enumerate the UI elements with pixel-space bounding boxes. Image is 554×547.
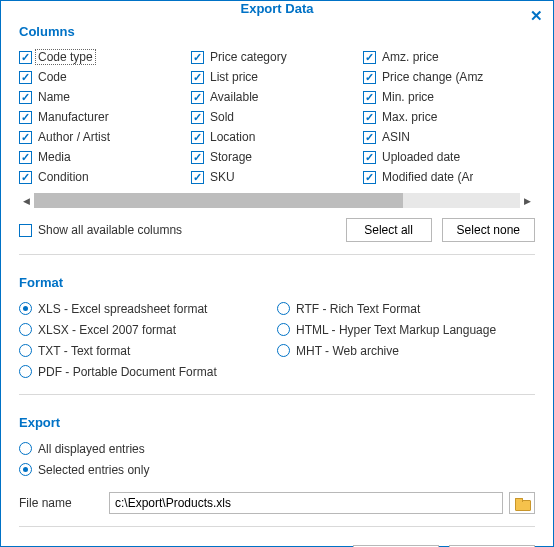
titlebar: Export Data ✕	[1, 1, 553, 16]
radio-label: HTML - Hyper Text Markup Language	[296, 323, 496, 337]
checkbox-icon	[191, 51, 204, 64]
column-checkbox[interactable]: Name	[19, 87, 191, 107]
checkbox-label: SKU	[210, 170, 235, 184]
divider	[19, 394, 535, 395]
format-radio[interactable]: RTF - Rich Text Format	[277, 298, 535, 319]
checkbox-icon	[19, 151, 32, 164]
scroll-thumb[interactable]	[34, 193, 403, 208]
checkbox-label: Uploaded date	[382, 150, 460, 164]
columns-grid: Code typeCodeNameManufacturerAuthor / Ar…	[19, 47, 535, 187]
radio-icon	[19, 365, 32, 378]
radio-icon	[277, 323, 290, 336]
checkbox-icon	[363, 91, 376, 104]
checkbox-icon	[19, 171, 32, 184]
column-checkbox[interactable]: Max. price	[363, 107, 535, 127]
checkbox-label: List price	[210, 70, 258, 84]
checkbox-label: Sold	[210, 110, 234, 124]
column-checkbox[interactable]: Author / Artist	[19, 127, 191, 147]
folder-icon	[515, 498, 529, 509]
column-checkbox[interactable]: Available	[191, 87, 363, 107]
close-icon[interactable]: ✕	[530, 7, 543, 25]
columns-header: Columns	[19, 24, 535, 39]
checkbox-label: Amz. price	[382, 50, 439, 64]
checkbox-icon	[19, 51, 32, 64]
radio-icon	[19, 344, 32, 357]
checkbox-label: Condition	[38, 170, 89, 184]
format-grid: XLS - Excel spreadsheet formatXLSX - Exc…	[19, 298, 535, 382]
checkbox-icon	[191, 111, 204, 124]
checkbox-label: Price change (Amz	[382, 70, 483, 84]
checkbox-icon	[19, 111, 32, 124]
scroll-left-icon[interactable]: ◀	[19, 193, 34, 208]
format-radio[interactable]: TXT - Text format	[19, 340, 277, 361]
radio-label: RTF - Rich Text Format	[296, 302, 420, 316]
format-radio[interactable]: XLS - Excel spreadsheet format	[19, 298, 277, 319]
column-checkbox[interactable]: Media	[19, 147, 191, 167]
export-scope-radio[interactable]: All displayed entries	[19, 438, 535, 459]
format-radio[interactable]: XLSX - Excel 2007 format	[19, 319, 277, 340]
format-radio[interactable]: MHT - Web archive	[277, 340, 535, 361]
checkbox-icon	[191, 151, 204, 164]
checkbox-icon	[363, 151, 376, 164]
column-checkbox[interactable]: Manufacturer	[19, 107, 191, 127]
column-checkbox[interactable]: Code	[19, 67, 191, 87]
divider	[19, 254, 535, 255]
checkbox-label: Manufacturer	[38, 110, 109, 124]
scroll-track[interactable]	[34, 193, 520, 208]
checkbox-icon	[363, 111, 376, 124]
checkbox-label: Min. price	[382, 90, 434, 104]
column-checkbox[interactable]: SKU	[191, 167, 363, 187]
column-checkbox[interactable]: Modified date (Ar	[363, 167, 535, 187]
column-checkbox[interactable]: Condition	[19, 167, 191, 187]
export-header: Export	[19, 415, 535, 430]
checkbox-icon	[191, 131, 204, 144]
radio-icon	[19, 463, 32, 476]
format-radio[interactable]: PDF - Portable Document Format	[19, 361, 277, 382]
select-none-button[interactable]: Select none	[442, 218, 535, 242]
dialog-title: Export Data	[241, 1, 314, 16]
show-all-columns-checkbox[interactable]: Show all available columns	[19, 220, 182, 240]
browse-button[interactable]	[509, 492, 535, 514]
column-checkbox[interactable]: List price	[191, 67, 363, 87]
select-all-button[interactable]: Select all	[346, 218, 432, 242]
checkbox-label: Code type	[36, 50, 95, 64]
format-radio[interactable]: HTML - Hyper Text Markup Language	[277, 319, 535, 340]
checkbox-label: Price category	[210, 50, 287, 64]
radio-icon	[19, 302, 32, 315]
export-scope-radio[interactable]: Selected entries only	[19, 459, 535, 480]
radio-label: MHT - Web archive	[296, 344, 399, 358]
radio-label: PDF - Portable Document Format	[38, 365, 217, 379]
checkbox-icon	[191, 171, 204, 184]
radio-icon	[277, 344, 290, 357]
radio-label: XLS - Excel spreadsheet format	[38, 302, 207, 316]
column-checkbox[interactable]: ASIN	[363, 127, 535, 147]
checkbox-label: Max. price	[382, 110, 437, 124]
columns-scrollbar[interactable]: ◀ ▶	[19, 193, 535, 208]
column-checkbox[interactable]: Sold	[191, 107, 363, 127]
checkbox-label: Media	[38, 150, 71, 164]
checkbox-icon	[19, 131, 32, 144]
checkbox-label: Modified date (Ar	[382, 170, 473, 184]
checkbox-icon	[19, 91, 32, 104]
radio-icon	[19, 442, 32, 455]
column-checkbox[interactable]: Storage	[191, 147, 363, 167]
checkbox-icon	[19, 71, 32, 84]
checkbox-label: Name	[38, 90, 70, 104]
filename-label: File name	[19, 496, 109, 510]
column-checkbox[interactable]: Price category	[191, 47, 363, 67]
checkbox-label: ASIN	[382, 130, 410, 144]
checkbox-icon	[191, 91, 204, 104]
scroll-right-icon[interactable]: ▶	[520, 193, 535, 208]
filename-input[interactable]	[109, 492, 503, 514]
checkbox-label: Location	[210, 130, 255, 144]
column-checkbox[interactable]: Min. price	[363, 87, 535, 107]
column-checkbox[interactable]: Code type	[19, 47, 191, 67]
column-checkbox[interactable]: Amz. price	[363, 47, 535, 67]
column-checkbox[interactable]: Location	[191, 127, 363, 147]
format-header: Format	[19, 275, 535, 290]
checkbox-icon	[363, 171, 376, 184]
radio-icon	[277, 302, 290, 315]
column-checkbox[interactable]: Uploaded date	[363, 147, 535, 167]
column-checkbox[interactable]: Price change (Amz	[363, 67, 535, 87]
checkbox-label: Storage	[210, 150, 252, 164]
